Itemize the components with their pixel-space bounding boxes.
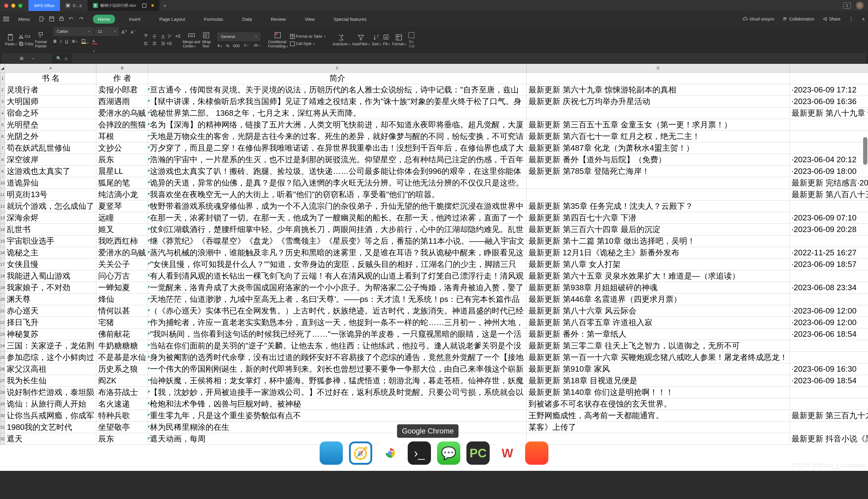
- menu-tab-review[interactable]: Review: [266, 15, 291, 24]
- row-col-button[interactable]: Ro Col: [408, 32, 415, 48]
- cell-B25[interactable]: 不是慕是水仙: [96, 352, 148, 363]
- font-color-button[interactable]: A▾: [92, 39, 97, 53]
- cell-D32[interactable]: [527, 433, 789, 445]
- name-box[interactable]: I8▾: [2, 54, 51, 63]
- cell-D12[interactable]: 最新更新 第35章 任务完成！沈夫人？云殿下？: [527, 200, 789, 212]
- cell-B31[interactable]: 坐望敬亭: [96, 422, 148, 433]
- cloud-unsync-button[interactable]: cloud unsync: [743, 16, 775, 22]
- cell-D6[interactable]: 最新更新 第六百七十一章 红月之权，绝无二主！: [527, 131, 789, 142]
- cell-B6[interactable]: 耳根: [96, 131, 148, 142]
- cell-B20[interactable]: 烽仙: [96, 294, 148, 305]
- number-format-select[interactable]: General▾: [217, 33, 260, 41]
- cell-A13[interactable]: 深海余烬: [5, 212, 96, 224]
- cell-A22[interactable]: 择日飞升: [5, 317, 96, 328]
- cell-E14[interactable]: ·2023-06-09 20:28: [789, 224, 868, 235]
- row-header-27[interactable]: 27: [0, 375, 5, 387]
- dock[interactable]: 🧭 ›_ 💬 PC W: [319, 441, 549, 465]
- cell-D18[interactable]: 最新更新 第六十五章 灵泉水效果扩大！难道是—（求追读）: [527, 270, 789, 282]
- sort-button[interactable]: Sort▾: [372, 34, 381, 46]
- autosum-button[interactable]: AutoSum▾: [332, 34, 350, 46]
- cell-D7[interactable]: 最新更新 第487章 化龙（为萧秋水4盟主贺！）: [527, 142, 789, 154]
- cell-C4[interactable]: 诡秘世界第二部。 1368之年，七月之末，深红将从天而降。: [148, 108, 527, 119]
- row-header-10[interactable]: 10: [0, 177, 5, 189]
- formula-input[interactable]: [73, 54, 865, 63]
- cell-B12[interactable]: 夏竖琴: [96, 200, 148, 212]
- row-header-25[interactable]: 25: [0, 352, 5, 363]
- cell-E13[interactable]: ·2023-06-09 07:10: [789, 212, 868, 224]
- autofilter-button[interactable]: AutoFilter▾: [352, 34, 370, 46]
- cell-A15[interactable]: 宇宙职业选手: [5, 235, 96, 247]
- cell-A25[interactable]: 参加恋综，这个小鲜肉过: [5, 352, 96, 363]
- cell-B14[interactable]: 姬叉: [96, 224, 148, 235]
- cell-B27[interactable]: 阎ZK: [96, 375, 148, 387]
- column-header-D[interactable]: D: [527, 64, 789, 73]
- fill-button[interactable]: Fill▾: [383, 34, 390, 46]
- row-header-3[interactable]: 3: [0, 96, 5, 108]
- row-header-24[interactable]: 24: [0, 340, 5, 352]
- tab-menu-icon[interactable]: [142, 3, 147, 8]
- cell-D24[interactable]: 最新更新 第三零二章 往天上飞之智力，以道御之，无所不可: [527, 340, 789, 352]
- row-header-15[interactable]: 15: [0, 235, 5, 247]
- cell-E32[interactable]: 最新更新 抖音小说《黑》上传了: [789, 433, 868, 445]
- cell-C13[interactable]: 在那一天，浓雾封锁了一切。在那一天，他成为了一艘幽灵船的船长。在那一天，他跨过浓…: [148, 212, 527, 224]
- new-tab-button[interactable]: ＋: [159, 0, 171, 11]
- cell-B19[interactable]: 一蝉知夏: [96, 282, 148, 294]
- header-cell[interactable]: 作 者: [96, 73, 148, 84]
- cell-D26[interactable]: 最新更新 第910章 家风: [527, 363, 789, 375]
- format-as-table-button[interactable]: Format as Table▾: [290, 34, 326, 39]
- menu-tab-formulas[interactable]: Formulas: [199, 15, 228, 24]
- cell-C29[interactable]: 枪炮和法术争锋，凶兽与巨舰对峙。被神秘: [148, 398, 527, 410]
- row-header-4[interactable]: 4: [0, 108, 5, 119]
- row-header-13[interactable]: 13: [0, 212, 5, 224]
- cell-A27[interactable]: 我为长生仙: [5, 375, 96, 387]
- cell-E15[interactable]: [789, 235, 868, 247]
- expand-button[interactable]: ∧: [862, 16, 865, 22]
- cell-E17[interactable]: ·2023-06-09 18:57: [789, 259, 868, 270]
- row-header-16[interactable]: 16: [0, 247, 5, 259]
- cell-C7[interactable]: 万夕穿了，而且是二穿！在修仙界我唯唯诺诺，在异世界我重拳出击！没想到千百年后，在…: [148, 142, 527, 154]
- share-button[interactable]: Share: [822, 16, 841, 22]
- cell-D22[interactable]: 最新更新 第八百零五章 许道祖入寂: [527, 317, 789, 328]
- cell-C2[interactable]: 亘古通今，传闻世有灵境。关于灵境的说法，历朝历代的名人雅士众说纷纭，诗中记载："…: [148, 84, 527, 96]
- cell-E20[interactable]: [789, 294, 868, 305]
- cell-B32[interactable]: 辰东: [96, 433, 148, 445]
- cell-D4[interactable]: [527, 108, 789, 119]
- cell-A4[interactable]: 宿命之环: [5, 108, 96, 119]
- cell-E21[interactable]: ·2023-06-09 12:00: [789, 305, 868, 317]
- cell-C25[interactable]: 身为被阉割的选秀时代余孽，没有出过道的顾怀安好不容易接了个恋综的通告，竟然意外觉…: [148, 352, 527, 363]
- cell-D27[interactable]: 最新更新 第18章 目视道兄便是: [527, 375, 789, 387]
- cell-A18[interactable]: 我能进入蜀山游戏: [5, 270, 96, 282]
- row-header-32[interactable]: 32: [0, 433, 5, 445]
- vertical-scrollbar[interactable]: [863, 137, 867, 165]
- cell-A16[interactable]: 诡秘之主: [5, 247, 96, 259]
- cell-A29[interactable]: 诡仙：从旅行商人开始: [5, 398, 96, 410]
- row-header-17[interactable]: 17: [0, 259, 5, 270]
- cell-C26[interactable]: 一个伟大的帝国刚刚诞生，新的时代即将到来。刘长也曾想过要不要争一争那大位，由自己…: [148, 363, 527, 375]
- cell-A23[interactable]: 神秘复苏: [5, 328, 96, 340]
- cell-B13[interactable]: 远瞳: [96, 212, 148, 224]
- row-header-31[interactable]: 31: [0, 422, 5, 433]
- cell-D31[interactable]: 某客》上传了: [527, 422, 789, 433]
- menu-tab-page-layout[interactable]: Page Layout: [154, 15, 190, 24]
- cell-C24[interactable]: 当站在你们面前的是关羽的"逆子"关麟。让他去东，他往西；让他练武，他拉弓。逢人就…: [148, 340, 527, 352]
- cell-E4[interactable]: 最新更新 第八十九章 调解: [789, 108, 868, 119]
- increase-font-icon[interactable]: A+: [120, 27, 128, 36]
- redo-icon[interactable]: [78, 16, 84, 22]
- cell-C6[interactable]: 天地是万物众生的客舍，光阴是古往今来的过客。死生的差异，就好像梦与醒的不同，纷纭…: [148, 131, 527, 142]
- cell-D25[interactable]: 最新更新 第一百一十六章 买鞭炮观念猪八戒吃人参果！屠龙者终成恶龙！: [527, 352, 789, 363]
- cell-D9[interactable]: 最新更新 第785章 登陆死亡海岸！: [527, 166, 789, 177]
- cell-A20[interactable]: 渊天尊: [5, 294, 96, 305]
- select-all-cell[interactable]: ◢: [0, 64, 5, 73]
- increase-decimal-icon[interactable]: .00→: [253, 44, 261, 48]
- column-header-B[interactable]: B: [96, 64, 148, 73]
- cell-A6[interactable]: 光阴之外: [5, 131, 96, 142]
- orientation-icon[interactable]: [167, 34, 172, 39]
- align-right-icon[interactable]: [161, 41, 165, 46]
- cell-C28[interactable]: 【我，沈妙妙，开局被迫接手一家游戏公司。】不过好在，返利系统及时觉醒。只要公司亏…: [148, 387, 527, 398]
- font-select[interactable]: Calibri▾: [53, 27, 93, 36]
- cell-B23[interactable]: 佛前献花: [96, 328, 148, 340]
- indent-increase-icon[interactable]: [167, 41, 172, 46]
- cell-B15[interactable]: 我吃西红柿: [96, 235, 148, 247]
- cell-A12[interactable]: 就玩个游戏，怎么成仙了: [5, 200, 96, 212]
- menu-tab-insert[interactable]: Insert: [124, 15, 146, 24]
